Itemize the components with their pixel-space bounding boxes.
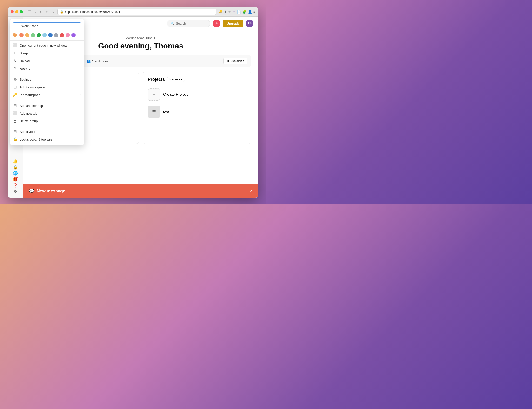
color-pink[interactable] <box>65 33 70 37</box>
reload-icon: ↻ <box>13 59 17 63</box>
reload-button[interactable]: ↻ <box>44 9 49 15</box>
menu-item-pin-workspace[interactable]: 🔑 Pin workspace › <box>10 91 84 99</box>
notification-icon[interactable]: 🔔 <box>13 159 18 164</box>
expand-icon[interactable]: ↗ <box>249 189 252 193</box>
color-purple[interactable] <box>71 33 76 37</box>
color-orange[interactable] <box>19 33 24 37</box>
settings-sidebar-icon[interactable]: ⚙ <box>14 189 17 194</box>
project-icon: ☰ <box>148 106 160 118</box>
lock-sidebar-icon[interactable]: 🔒 <box>13 165 18 169</box>
menu-item-settings[interactable]: ⚙ Settings › <box>10 75 84 83</box>
projects-card-header: Projects Recents ▾ <box>148 77 246 82</box>
minimize-button[interactable] <box>15 10 18 13</box>
add-tab-icon: ⬜ <box>13 111 17 115</box>
forward-arrow-button[interactable]: › <box>39 9 43 15</box>
extension-icon[interactable]: 📄 <box>237 10 241 14</box>
add-button[interactable]: + <box>213 19 220 27</box>
color-palette-icon: 🎨 <box>13 33 17 37</box>
color-light-blue[interactable] <box>42 33 47 37</box>
menu-item-label: Delete group <box>20 119 38 123</box>
create-project-label: Create Project <box>163 92 188 97</box>
menu-item-resync[interactable]: ⟳ Resync <box>10 65 84 72</box>
back-arrow-button[interactable]: ‹ <box>34 9 38 15</box>
address-bar[interactable]: 🔒 app.asana.com/0/home/509560126322821 <box>57 9 216 15</box>
help-icon[interactable]: ❓ <box>13 183 18 188</box>
collaborators-stat: 👥 1 collaborator <box>87 59 112 63</box>
menu-item-label: Reload <box>20 59 30 63</box>
collaborators-count: 1 <box>92 59 94 63</box>
project-list-item[interactable]: ☰ test <box>148 103 246 121</box>
lock-icon: 🔒 <box>13 137 17 141</box>
new-message-bar[interactable]: 💬 New message ↗ <box>23 185 258 197</box>
collaborators-label: collaborator <box>95 59 112 63</box>
projects-title: Projects <box>148 77 165 82</box>
resync-icon: ⟳ <box>13 66 17 71</box>
menu-item-add-workspace[interactable]: ⊞ Add to workspace <box>10 83 84 91</box>
color-light-green[interactable] <box>31 33 35 37</box>
new-message-label: New message <box>37 189 65 194</box>
menu-item-sleep[interactable]: ☾ Sleep <box>10 49 84 57</box>
color-blue[interactable] <box>48 33 53 37</box>
maximize-button[interactable] <box>20 10 23 13</box>
new-message-text: 💬 New message <box>29 188 65 194</box>
menu-item-label: Pin workspace <box>20 93 40 97</box>
project-name: test <box>163 110 169 114</box>
home-ext-icon[interactable]: ⌂ <box>233 9 235 14</box>
menu-icon[interactable]: ≡ <box>253 10 255 14</box>
toolbar-icons: 🔑 ⬆ ☆ ⌂ 📄 🧩 👤 ≡ <box>218 9 255 14</box>
upgrade-button[interactable]: Upgrade <box>223 20 243 27</box>
menu-item-open-page[interactable]: ⬜ Open current page in new window <box>10 41 84 49</box>
pin-icon: 🔑 <box>13 93 17 97</box>
user-icon[interactable]: 👤 <box>248 10 252 14</box>
color-red[interactable] <box>60 33 64 37</box>
customize-button[interactable]: ⊞ Customize <box>223 58 247 64</box>
menu-item-add-app[interactable]: ⊞ Add another app <box>10 102 84 110</box>
menu-divider-2 <box>10 74 84 74</box>
menu-item-add-divider[interactable]: ⊟ Add divider <box>10 128 84 136</box>
workspace-name-input[interactable] <box>13 22 81 29</box>
create-project-item[interactable]: + Create Project <box>148 86 246 103</box>
menu-item-label: Open current page in new window <box>20 44 67 47</box>
home-button[interactable]: ⌂ <box>50 9 55 15</box>
grid-icon: ⊞ <box>226 59 229 63</box>
menu-item-label: Resync <box>20 67 30 70</box>
chevron-right-icon: › <box>81 78 81 81</box>
color-row: 🎨 <box>10 32 84 39</box>
people-icon: 👥 <box>87 59 90 63</box>
browser-window: ☰ ‹ › ↻ ⌂ 🔒 app.asana.com/0/home/5095601… <box>8 7 258 197</box>
menu-item-reload[interactable]: ↻ Reload <box>10 57 84 65</box>
menu-item-label: Lock sidebar & toolbars <box>20 138 53 141</box>
menu-item-lock-sidebar[interactable]: 🔒 Lock sidebar & toolbars <box>10 136 84 143</box>
menu-item-add-tab[interactable]: ⬜ Add new tab <box>10 110 84 117</box>
search-icon: 🔍 <box>171 22 174 25</box>
globe-icon[interactable]: 🌐 <box>13 171 18 176</box>
create-project-button[interactable]: + <box>148 88 160 101</box>
add-app-icon: ⊞ <box>13 103 17 108</box>
recents-button[interactable]: Recents ▾ <box>167 77 185 82</box>
menu-divider-3 <box>10 100 84 100</box>
menu-item-delete-group[interactable]: 🗑 Delete group <box>10 117 84 125</box>
back-button[interactable]: ☰ <box>27 9 33 15</box>
lock-icon: 🔒 <box>60 10 63 13</box>
gift-icon[interactable]: 🎁 <box>13 177 18 182</box>
key-icon[interactable]: 🔑 <box>218 10 222 14</box>
search-bar[interactable]: 🔍 Search <box>167 20 210 27</box>
menu-divider-1 <box>10 40 84 40</box>
close-button[interactable] <box>11 10 14 13</box>
puzzle-icon[interactable]: 🧩 <box>242 10 246 14</box>
add-divider-icon: ⊟ <box>13 130 17 134</box>
nav-buttons: ☰ ‹ › ↻ ⌂ <box>27 9 55 15</box>
menu-item-label: Add divider <box>20 130 36 134</box>
chevron-down-icon: ▾ <box>181 78 182 81</box>
share-icon[interactable]: ⬆ <box>224 10 227 14</box>
projects-card: Projects Recents ▾ + Create Project ☰ <box>143 72 251 144</box>
search-placeholder: Search <box>176 22 186 25</box>
color-green[interactable] <box>37 33 41 37</box>
color-gray[interactable] <box>54 33 58 37</box>
color-yellow-orange[interactable] <box>25 33 29 37</box>
context-menu[interactable]: ⊞ 🎨 <box>10 19 84 145</box>
user-avatar[interactable]: TB <box>246 19 253 27</box>
star-icon[interactable]: ☆ <box>228 10 231 14</box>
menu-input-row: ⊞ <box>10 21 84 32</box>
menu-input-wrapper: ⊞ <box>13 22 81 29</box>
